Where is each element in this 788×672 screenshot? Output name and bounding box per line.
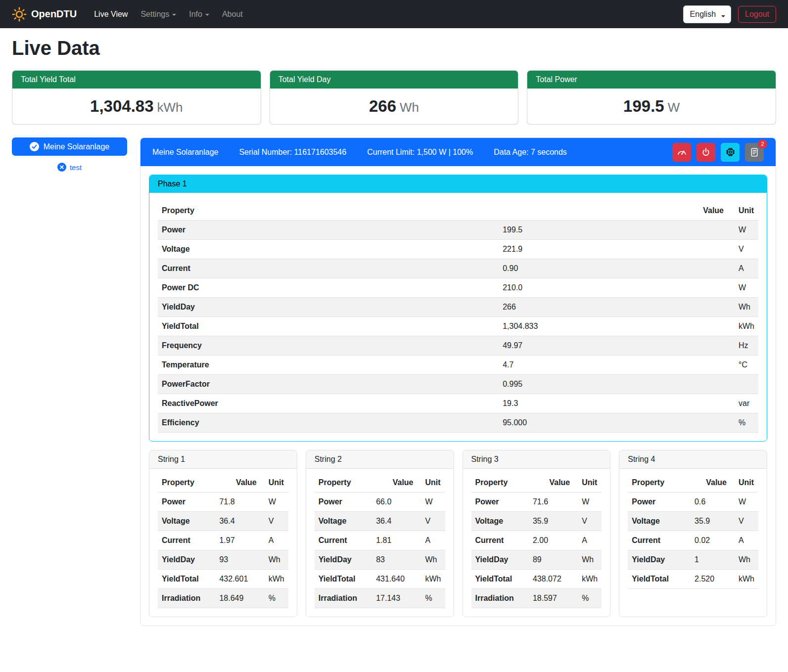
limit-settings-button[interactable] <box>672 143 691 162</box>
property-unit: kWh <box>417 570 445 589</box>
property-value: 17.143 <box>372 589 417 608</box>
string-table: Property Value Unit Power <box>158 473 288 608</box>
logout-button[interactable]: Logout <box>738 6 776 23</box>
property-unit: A <box>261 531 288 550</box>
nav-about[interactable]: About <box>216 6 249 23</box>
current-limit: Current Limit: 1,500 W | 100% <box>367 148 473 157</box>
power-button[interactable] <box>696 143 715 162</box>
property-value: 93 <box>215 550 260 570</box>
property-value: 71.6 <box>529 493 574 512</box>
nav-info-dropdown[interactable]: Info <box>183 6 216 23</box>
property-unit: Wh <box>574 550 602 570</box>
property-value: 35.9 <box>691 512 731 531</box>
property-unit: kWh <box>728 317 758 336</box>
card-unit: kWh <box>157 100 183 115</box>
inverter-select-label: Meine Solaranlage <box>44 142 109 151</box>
property-name: Power <box>158 221 499 240</box>
property-name: YieldDay <box>315 550 372 570</box>
table-row: Voltage 36.4 V <box>158 512 288 531</box>
property-unit: A <box>728 259 758 278</box>
property-name: Temperature <box>158 356 499 375</box>
property-name: Voltage <box>471 512 529 531</box>
phase-card-title: Phase 1 <box>149 175 767 193</box>
column-header-unit: Unit <box>574 473 602 493</box>
table-row: Irradiation 17.143 % <box>315 589 445 608</box>
property-value: 0.6 <box>691 493 731 512</box>
event-log-button[interactable]: 2 <box>745 143 764 162</box>
property-name: Current <box>628 531 691 550</box>
phase-1-card: Phase 1 Property Value Unit <box>149 175 767 442</box>
inverter-panel: Meine Solaranlage Serial Number: 1161716… <box>140 137 776 626</box>
top-navbar: OpenDTU Live View Settings Info About En… <box>0 0 788 28</box>
column-header-unit: Unit <box>417 473 445 493</box>
property-unit: °C <box>728 356 758 375</box>
table-row: YieldTotal 2.520 kWh <box>628 570 758 589</box>
language-select[interactable]: English <box>683 5 731 23</box>
nav-info-label: Info <box>189 10 202 19</box>
property-name: YieldTotal <box>628 570 691 589</box>
card-title: Total Yield Total <box>12 71 261 89</box>
device-info-button[interactable] <box>721 143 740 162</box>
property-name: PowerFactor <box>158 375 499 394</box>
property-unit: Wh <box>261 550 288 570</box>
property-unit: W <box>417 493 445 512</box>
table-row: Power DC 210.0 W <box>158 278 758 298</box>
nav-live-view-label: Live View <box>94 10 128 19</box>
property-value: 0.02 <box>691 531 731 550</box>
property-value: 83 <box>372 550 417 570</box>
property-name: Current <box>315 531 372 550</box>
inverter-select-button[interactable]: Meine Solaranlage <box>12 137 127 156</box>
card-title: Total Power <box>527 71 776 89</box>
property-value: 0.995 <box>499 375 728 394</box>
table-row: Power 71.8 W <box>158 493 288 512</box>
property-unit: A <box>417 531 445 550</box>
column-header-value: Value <box>499 201 728 221</box>
property-unit: % <box>574 589 602 608</box>
table-row: YieldDay 83 Wh <box>315 550 445 570</box>
string-table: Property Value Unit Power <box>628 473 758 589</box>
table-row: YieldTotal 431.640 kWh <box>315 570 445 589</box>
brand-label: OpenDTU <box>31 8 77 20</box>
page-title: Live Data <box>12 37 776 59</box>
property-name: Power <box>628 493 691 512</box>
sidebar-item-test[interactable]: test <box>12 162 127 172</box>
property-unit: W <box>731 493 758 512</box>
table-row: PowerFactor 0.995 <box>158 375 758 394</box>
table-row: Power 0.6 W <box>628 493 758 512</box>
property-unit: W <box>261 493 288 512</box>
table-row: Power 71.6 W <box>471 493 602 512</box>
property-unit: V <box>574 512 602 531</box>
nav-settings-dropdown[interactable]: Settings <box>134 6 183 23</box>
property-value: 1,304.833 <box>499 317 728 336</box>
brand[interactable]: OpenDTU <box>12 7 77 22</box>
property-name: Voltage <box>315 512 372 531</box>
property-name: Current <box>158 259 499 278</box>
nav-settings-label: Settings <box>140 10 169 19</box>
property-value: 18.597 <box>529 589 574 608</box>
property-value: 95.000 <box>499 413 728 433</box>
navbar-right: English Logout <box>683 5 776 23</box>
table-row: YieldDay 89 Wh <box>471 550 602 570</box>
property-unit: % <box>261 589 288 608</box>
property-value: 221.9 <box>499 240 728 259</box>
property-name: YieldDay <box>158 298 499 317</box>
property-value: 0.90 <box>499 259 728 278</box>
serial-number: Serial Number: 116171603546 <box>239 148 346 157</box>
card-value: 1,304.83 <box>90 97 153 115</box>
property-unit <box>728 375 758 394</box>
inverter-name: Meine Solaranlage <box>152 148 218 157</box>
column-header-property: Property <box>158 473 215 493</box>
card-value: 266 <box>369 97 396 115</box>
property-name: YieldTotal <box>471 570 529 589</box>
table-row: Power 66.0 W <box>315 493 445 512</box>
table-row: Current 1.97 A <box>158 531 288 550</box>
property-unit: W <box>728 221 758 240</box>
string-4-card: String 4 Property Value Unit <box>619 450 767 617</box>
table-row: Irradiation 18.597 % <box>471 589 602 608</box>
table-row: YieldDay 93 Wh <box>158 550 288 570</box>
column-header-value: Value <box>372 473 417 493</box>
column-header-unit: Unit <box>731 473 758 493</box>
column-header-property: Property <box>158 201 499 221</box>
string-table: Property Value Unit Power <box>471 473 602 608</box>
nav-live-view[interactable]: Live View <box>88 6 134 23</box>
